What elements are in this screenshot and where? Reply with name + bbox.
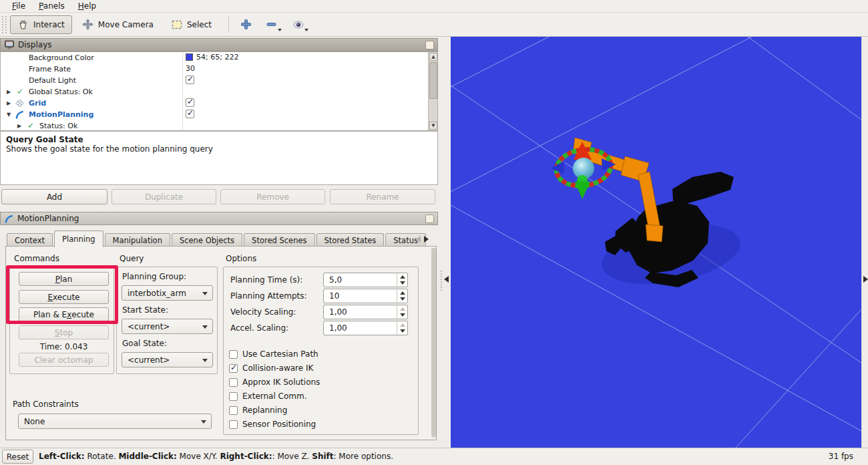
velocity-scaling-input[interactable]: 1,00 [323, 305, 408, 319]
planning-time-input[interactable]: 5,0 [323, 273, 408, 287]
menu-help[interactable]: Help [71, 1, 103, 11]
scrollbar-thumb[interactable] [431, 248, 436, 437]
zoom-in-tool-button[interactable] [236, 15, 257, 34]
external-comm-checkbox[interactable]: External Comm. [229, 391, 307, 402]
status-ok-icon: ✓ [17, 87, 23, 96]
select-tool-button[interactable]: Select [164, 15, 219, 34]
motionplanning-panel-header[interactable]: MotionPlanning [0, 212, 438, 225]
eye-icon [292, 19, 304, 31]
clear-octomap-button[interactable]: Clear octomap [19, 353, 109, 367]
property-row-background-color[interactable]: Background Color 54; 65; 222 [1, 52, 437, 63]
expander-icon[interactable]: ▶ [17, 123, 21, 129]
scroll-down-icon[interactable]: ▼ [429, 122, 437, 130]
remove-display-button[interactable]: Remove [220, 189, 325, 204]
menu-file[interactable]: File [5, 1, 32, 11]
panel-float-box[interactable] [425, 41, 434, 49]
spinner-arrows[interactable] [397, 305, 407, 319]
toolbar-separator [228, 17, 229, 33]
rename-display-button[interactable]: Rename [330, 189, 435, 204]
planning-attempts-input[interactable]: 10 [323, 289, 408, 303]
move-camera-tool-button[interactable]: Move Camera [75, 15, 161, 34]
planning-attempts-label: Planning Attempts: [230, 291, 307, 301]
property-label: Frame Rate [29, 65, 71, 73]
panel-float-box[interactable] [425, 214, 434, 223]
velocity-scaling-label: Velocity Scaling: [230, 307, 296, 317]
property-value[interactable]: 54; 65; 222 [196, 53, 238, 61]
tab-stored-states[interactable]: Stored States [316, 233, 385, 247]
toolbar-grip[interactable] [2, 16, 7, 33]
property-row-frame-rate[interactable]: Frame Rate 30 [1, 63, 437, 75]
replanning-checkbox[interactable]: Replanning [229, 405, 287, 416]
splitter-grip[interactable] [441, 271, 442, 291]
spinner-arrows[interactable] [397, 321, 407, 335]
stop-button[interactable]: Stop [19, 325, 109, 339]
tab-manipulation[interactable]: Manipulation [105, 233, 170, 247]
property-row-default-light[interactable]: Default Light [1, 75, 437, 86]
tab-stored-scenes[interactable]: Stored Scenes [244, 233, 314, 247]
start-state-combo[interactable]: <current> [122, 319, 213, 334]
property-value[interactable]: 30 [186, 64, 195, 73]
approx-ik-solutions-checkbox[interactable]: Approx IK Solutions [229, 377, 320, 388]
color-swatch[interactable] [186, 53, 193, 61]
tree-row-global-status[interactable]: ▶ ✓ Global Status: Ok [1, 86, 437, 98]
tab-context[interactable]: Context [7, 233, 53, 247]
right-collapsed-panel[interactable] [861, 37, 868, 448]
accel-scaling-input[interactable]: 1,00 [323, 321, 408, 335]
motionplanning-panel-title: MotionPlanning [17, 214, 79, 223]
motionplanning-panel-icon [5, 214, 13, 223]
collision-aware-ik-checkbox[interactable]: Collision-aware IK [229, 363, 313, 373]
display-enabled-checkbox[interactable] [186, 98, 194, 107]
start-state-label: Start State: [122, 305, 168, 315]
zoom-out-tool-button[interactable] [260, 15, 284, 34]
execute-button[interactable]: Execute [19, 290, 109, 304]
expand-right-icon[interactable] [863, 276, 868, 283]
expander-icon[interactable]: ▼ [7, 112, 11, 118]
menu-panels[interactable]: Panels [32, 1, 71, 11]
tree-row-grid[interactable]: ▶ Grid [1, 98, 437, 109]
tree-row-status-ok[interactable]: ▶ ✓ Status: Ok [1, 120, 437, 131]
collapse-left-icon[interactable] [444, 276, 449, 283]
interact-tool-button[interactable]: Interact [10, 15, 72, 34]
goal-state-combo[interactable]: <current> [122, 352, 213, 367]
move-camera-icon [82, 19, 94, 31]
displays-property-tree: Background Color 54; 65; 222 Frame Rate … [0, 51, 438, 131]
3d-viewport[interactable] [451, 37, 861, 448]
tree-row-motionplanning[interactable]: ▼ MotionPlanning [1, 109, 437, 120]
add-display-button[interactable]: Add [1, 189, 107, 204]
display-enabled-checkbox[interactable] [186, 110, 194, 118]
use-cartesian-path-checkbox[interactable]: Use Cartesian Path [229, 349, 318, 359]
tab-scene-objects[interactable]: Scene Objects [172, 233, 242, 247]
checkbox[interactable] [186, 75, 194, 84]
planning-group-label: Planning Group: [122, 272, 186, 281]
property-label: Default Light [29, 76, 76, 85]
interact-tool-label: Interact [33, 20, 65, 29]
planning-tab-scrollbar[interactable] [431, 248, 436, 438]
duplicate-display-button[interactable]: Duplicate [112, 189, 216, 204]
planning-time-label: Planning Time (s): [230, 275, 302, 285]
planning-group-combo[interactable]: interbotix_arm [122, 285, 213, 301]
tree-item-label: Grid [29, 99, 46, 108]
tab-scroll-right-icon[interactable] [422, 233, 430, 245]
status-ok-icon: ✓ [27, 121, 34, 130]
spinner-arrows[interactable] [397, 289, 407, 303]
displays-panel-header[interactable]: Displays [0, 38, 438, 51]
expander-icon[interactable]: ▶ [7, 100, 11, 106]
displays-scrollbar[interactable]: ▲ ▼ [428, 52, 437, 130]
tab-planning[interactable]: Planning [54, 230, 103, 247]
plan-button[interactable]: Plan [19, 272, 109, 286]
visibility-tool-button[interactable] [286, 15, 310, 34]
motionplanning-tabs: Context Planning Manipulation Scene Obje… [7, 230, 427, 247]
tab-scroll-left-icon[interactable] [414, 233, 422, 245]
scroll-up-icon[interactable]: ▲ [429, 53, 437, 61]
expander-icon[interactable]: ▶ [7, 89, 11, 95]
sensor-positioning-checkbox[interactable]: Sensor Positioning [229, 419, 316, 430]
spinner-arrows[interactable] [397, 273, 407, 287]
reset-button[interactable]: Reset [2, 450, 33, 464]
tree-item-label: MotionPlanning [29, 110, 93, 119]
scrollbar-thumb[interactable] [429, 62, 437, 99]
path-constraints-combo[interactable]: None [18, 414, 212, 429]
panel-splitter[interactable] [438, 37, 451, 448]
tab-scroll-arrows [414, 233, 430, 245]
minus-icon [266, 19, 278, 31]
plan-and-execute-button[interactable]: Plan & Execute [19, 307, 109, 321]
